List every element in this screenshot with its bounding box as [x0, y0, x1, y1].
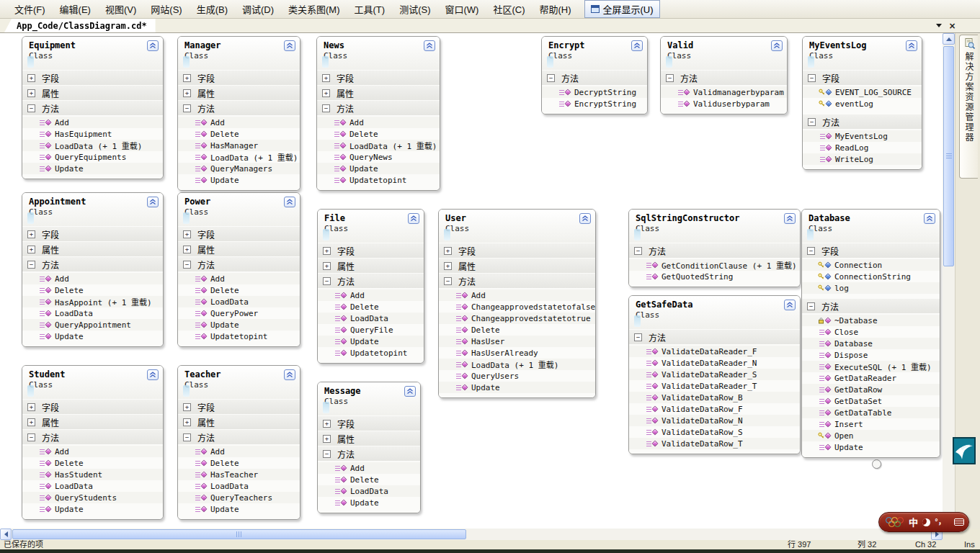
vertical-scroll-thumb[interactable]	[943, 46, 954, 266]
member-item[interactable]: Dispose	[802, 349, 940, 361]
collapse-class-button[interactable]	[284, 369, 295, 380]
class-header[interactable]: EquipmentClass	[22, 37, 163, 70]
expand-section-icon[interactable]: +	[27, 403, 35, 411]
member-item[interactable]: Delete	[317, 128, 440, 140]
class-box-getsafedata[interactable]: GetSafeDataClass−方法ValidateDataReader_FV…	[628, 295, 801, 454]
member-item[interactable]: Delete	[318, 301, 424, 313]
member-item[interactable]: Add	[22, 117, 163, 128]
class-diagram-canvas[interactable]: EquipmentClass+字段+属性−方法AddHasEquipmentLo…	[0, 33, 943, 529]
collapse-section-icon[interactable]: −	[807, 302, 815, 310]
collapse-section-icon[interactable]: −	[27, 104, 35, 112]
member-item[interactable]: QueryEquipments	[22, 151, 163, 163]
document-tab[interactable]: App_Code/ClassDiagram.cd*	[4, 19, 156, 32]
member-item[interactable]: LoadData	[318, 485, 420, 497]
member-item[interactable]: DecryptString	[542, 86, 647, 98]
expand-section-icon[interactable]: +	[444, 247, 452, 255]
member-item[interactable]: ~Database	[802, 315, 940, 326]
class-box-appointment[interactable]: AppointmentClass+字段+属性−方法AddDeleteHasApp…	[22, 192, 164, 347]
class-header[interactable]: PowerClass	[178, 193, 300, 226]
collapse-class-button[interactable]	[408, 213, 419, 224]
class-header[interactable]: StudentClass	[22, 366, 163, 399]
ime-punctuation-icon[interactable]: °，	[935, 518, 945, 526]
member-item[interactable]: Update	[802, 441, 940, 453]
member-item[interactable]: GetDataSet	[802, 395, 940, 407]
class-box-teacher[interactable]: TeacherClass+字段+属性−方法AddDeleteHasTeacher…	[177, 365, 300, 520]
expand-section-icon[interactable]: +	[183, 89, 191, 97]
expand-section-icon[interactable]: +	[183, 246, 191, 253]
expand-section-icon[interactable]: +	[323, 247, 331, 255]
expand-section-icon[interactable]: +	[322, 89, 330, 97]
member-item[interactable]: ValidateDataReader_T	[629, 380, 800, 392]
expand-section-icon[interactable]: +	[27, 89, 35, 97]
member-item[interactable]: QueryAppointment	[22, 319, 163, 331]
bird-shortcut-icon[interactable]	[953, 437, 976, 464]
member-item[interactable]: Connection	[802, 259, 940, 271]
expand-section-icon[interactable]: +	[27, 246, 35, 253]
class-box-student[interactable]: StudentClass+字段+属性−方法AddDeleteHasStudent…	[22, 365, 164, 520]
member-item[interactable]: LoadData	[178, 296, 300, 307]
member-item[interactable]: Update	[317, 163, 440, 174]
horizontal-scroll-thumb[interactable]	[12, 529, 466, 539]
collapse-class-button[interactable]	[906, 40, 917, 51]
class-box-database[interactable]: DatabaseClass−字段ConnectionConnectionStri…	[801, 209, 940, 458]
member-item[interactable]: Add	[178, 273, 300, 284]
menu-item-10[interactable]: 窗口(W)	[437, 0, 486, 19]
member-item[interactable]: Close	[802, 326, 940, 338]
class-box-encrypt[interactable]: EncryptClass−方法DecryptStringEncryptStrin…	[541, 36, 648, 114]
member-item[interactable]: LoadData	[22, 307, 163, 319]
member-item[interactable]: QueryUsers	[439, 370, 595, 382]
member-item[interactable]: ConnectionString	[802, 271, 940, 282]
collapse-section-icon[interactable]: −	[444, 277, 452, 285]
expand-section-icon[interactable]: +	[183, 403, 191, 411]
collapse-class-button[interactable]	[147, 369, 159, 380]
member-item[interactable]: Changeapprovedstatetotrue	[439, 313, 595, 324]
scroll-left-button[interactable]	[0, 529, 12, 540]
expand-section-icon[interactable]: +	[323, 435, 331, 443]
expand-section-icon[interactable]: +	[322, 74, 330, 82]
member-item[interactable]: HasTeacher	[178, 469, 300, 480]
class-header[interactable]: AppointmentClass	[22, 193, 163, 226]
class-header[interactable]: TeacherClass	[178, 366, 300, 399]
collapse-section-icon[interactable]: −	[183, 104, 191, 112]
ime-soft-keyboard-icon[interactable]	[954, 518, 964, 526]
collapse-class-button[interactable]	[784, 213, 796, 224]
member-item[interactable]: Update	[178, 319, 300, 331]
class-box-manager[interactable]: ManagerClass+字段+属性−方法AddDeleteHasManager…	[177, 36, 300, 191]
member-item[interactable]: Update	[439, 382, 595, 393]
collapse-class-button[interactable]	[284, 40, 295, 51]
expand-section-icon[interactable]: +	[444, 262, 452, 270]
member-item[interactable]: ValidateDataReader_F	[629, 346, 800, 357]
solution-explorer-tab[interactable]: 解决方案资源管理器	[959, 35, 978, 179]
class-box-news[interactable]: NewsClass+字段+属性−方法AddDeleteLoadData (+ 1…	[316, 36, 440, 191]
close-document-button[interactable]: ×	[946, 20, 958, 31]
member-item[interactable]: Update	[318, 497, 420, 508]
diagram-adornment-circle[interactable]	[872, 459, 881, 469]
class-box-sqlstringconstructor[interactable]: SqlStringConstructorClass−方法GetCondition…	[628, 209, 801, 287]
member-item[interactable]: WriteLog	[803, 153, 922, 165]
member-item[interactable]: Delete	[318, 474, 420, 485]
member-item[interactable]: GetDataRow	[802, 384, 940, 395]
member-item[interactable]: QueryNews	[317, 151, 440, 163]
member-item[interactable]: LoadData (+ 1 重载)	[22, 140, 163, 151]
menu-item-5[interactable]: 生成(B)	[190, 0, 235, 19]
member-item[interactable]: ExecuteSQL (+ 1 重载)	[802, 361, 940, 372]
collapse-section-icon[interactable]: −	[666, 74, 674, 82]
class-box-message[interactable]: MessageClass+字段+属性−方法AddDeleteLoadDataUp…	[317, 382, 421, 513]
member-item[interactable]: HasManager	[178, 140, 300, 151]
collapse-class-button[interactable]	[579, 213, 591, 224]
expand-section-icon[interactable]: +	[183, 74, 191, 82]
ime-halfwidth-moon-icon[interactable]	[922, 518, 930, 526]
class-header[interactable]: EncryptClass	[542, 37, 647, 70]
member-item[interactable]: GetDataTable	[802, 407, 940, 418]
collapse-section-icon[interactable]: −	[323, 450, 331, 458]
member-item[interactable]: GetDataReader	[802, 372, 940, 384]
member-item[interactable]: LoadData (+ 1 重载)	[317, 140, 440, 151]
class-header[interactable]: ValidClass	[661, 37, 787, 70]
member-item[interactable]: LoadData (+ 1 重载)	[439, 359, 595, 370]
class-header[interactable]: MessageClass	[318, 382, 420, 415]
collapse-section-icon[interactable]: −	[634, 247, 642, 255]
ime-chinese-mode-icon[interactable]: 中	[909, 518, 918, 527]
member-item[interactable]: log	[802, 282, 940, 294]
member-item[interactable]: LoadData	[178, 480, 300, 492]
member-item[interactable]: QueryTeachers	[178, 492, 300, 503]
